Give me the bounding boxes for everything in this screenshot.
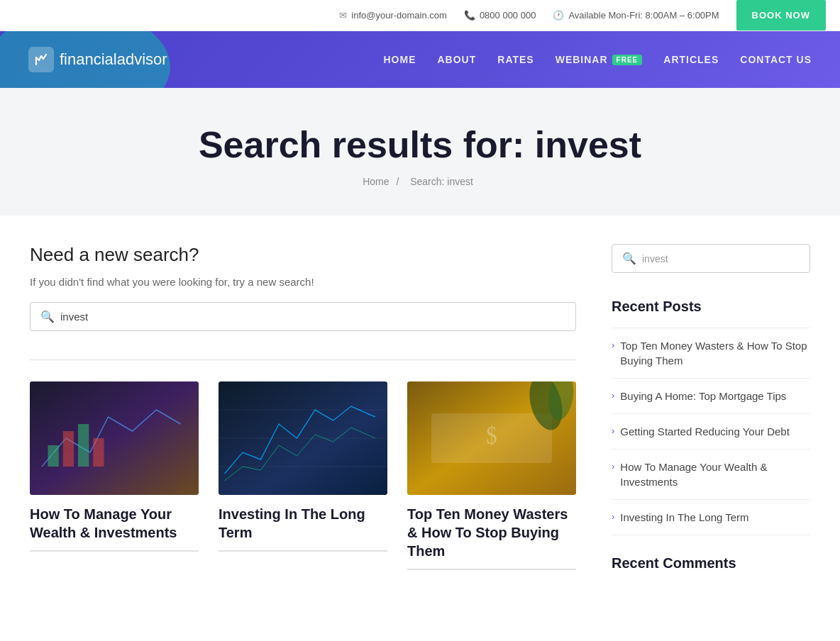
main-nav: HOME ABOUT RATES WEBINAR FREE ARTICLES C…	[384, 54, 812, 65]
recent-post-text-3: Getting Started Reducing Your Debt	[620, 424, 790, 439]
nav-webinar[interactable]: WEBINAR FREE	[556, 54, 643, 65]
search-box-icon: 🔍	[40, 310, 55, 323]
article-card-3: $ Top Ten Money Wasters & How To Stop Bu…	[407, 381, 576, 570]
breadcrumb-home[interactable]: Home	[363, 176, 389, 187]
search-box[interactable]: 🔍	[30, 302, 576, 331]
nav-contact[interactable]: CONTACT US	[740, 54, 812, 65]
recent-post-text-4: How To Manage Your Wealth & Investments	[620, 459, 810, 489]
search-input[interactable]	[60, 311, 565, 323]
nav-about[interactable]: ABOUT	[438, 54, 477, 65]
recent-post-1[interactable]: › Top Ten Money Wasters & How To Stop Bu…	[612, 328, 810, 379]
chevron-icon-2: ›	[612, 390, 614, 401]
site-header: financialadvisor HOME ABOUT RATES WEBINA…	[0, 31, 840, 88]
article-image-2	[219, 381, 387, 495]
nav-home[interactable]: HOME	[384, 54, 416, 65]
article-grid: How To Manage Your Wealth & Investments	[30, 381, 576, 570]
page-title: Search results for: invest	[14, 123, 826, 166]
logo-icon	[28, 47, 54, 72]
recent-posts-title: Recent Posts	[612, 299, 810, 315]
recent-post-2[interactable]: › Buying A Home: Top Mortgage Tips	[612, 379, 810, 414]
article-title-2[interactable]: Investing In The Long Term	[219, 505, 387, 542]
svg-rect-4	[93, 438, 104, 467]
book-now-button[interactable]: BOOK NOW	[736, 0, 826, 30]
phone-text: 0800 000 000	[480, 10, 536, 21]
article-title-3[interactable]: Top Ten Money Wasters & How To Stop Buyi…	[407, 505, 576, 560]
breadcrumb-separator: /	[396, 176, 399, 187]
article-divider-1	[30, 550, 199, 552]
recent-comments-title: Recent Comments	[612, 555, 810, 572]
article-image-1	[30, 381, 199, 495]
article-divider-2	[219, 550, 387, 552]
main-wrapper: Need a new search? If you didn't find wh…	[9, 244, 831, 572]
svg-rect-0	[30, 381, 199, 495]
sidebar-search-box[interactable]: 🔍	[612, 244, 810, 273]
phone-icon: 📞	[464, 10, 475, 21]
sidebar-search-icon: 🔍	[622, 252, 636, 265]
email-info: ✉ info@your-domain.com	[339, 10, 447, 21]
chevron-icon-4: ›	[612, 461, 614, 472]
recent-posts-list: › Top Ten Money Wasters & How To Stop Bu…	[612, 328, 810, 535]
chevron-icon-5: ›	[612, 511, 614, 522]
hours-text: Available Mon-Fri: 8:00AM – 6:00PM	[568, 10, 719, 21]
top-bar: ✉ info@your-domain.com 📞 0800 000 000 🕐 …	[0, 0, 840, 31]
search-hero-section: Search results for: invest Home / Search…	[0, 88, 840, 216]
clock-icon: 🕐	[553, 10, 564, 21]
content-area: Need a new search? If you didn't find wh…	[30, 244, 576, 572]
logo-text: financialadvisor	[60, 50, 167, 69]
chevron-icon-3: ›	[612, 425, 614, 436]
divider	[30, 359, 576, 360]
svg-rect-2	[63, 431, 74, 467]
chevron-icon-1: ›	[612, 340, 614, 350]
nav-webinar-label: WEBINAR	[556, 54, 608, 65]
free-badge: FREE	[612, 55, 643, 65]
email-icon: ✉	[339, 10, 347, 21]
hours-info: 🕐 Available Mon-Fri: 8:00AM – 6:00PM	[553, 10, 719, 21]
email-text: info@your-domain.com	[351, 10, 447, 21]
article-card-1: How To Manage Your Wealth & Investments	[30, 381, 199, 570]
article-divider-3	[407, 569, 576, 570]
article-title-1[interactable]: How To Manage Your Wealth & Investments	[30, 505, 199, 542]
svg-rect-3	[78, 424, 89, 467]
sidebar: 🔍 Recent Posts › Top Ten Money Wasters &…	[612, 244, 810, 572]
recent-post-4[interactable]: › How To Manage Your Wealth & Investment…	[612, 450, 810, 500]
breadcrumb: Home / Search: invest	[14, 176, 826, 187]
recent-post-5[interactable]: › Investing In The Long Term	[612, 500, 810, 535]
new-search-title: Need a new search?	[30, 244, 576, 266]
site-logo[interactable]: financialadvisor	[28, 47, 167, 72]
recent-post-3[interactable]: › Getting Started Reducing Your Debt	[612, 414, 810, 450]
new-search-desc: If you didn't find what you were looking…	[30, 276, 576, 288]
nav-rates[interactable]: RATES	[497, 54, 534, 65]
sidebar-search-input[interactable]	[642, 253, 800, 264]
svg-text:$: $	[486, 421, 497, 450]
recent-post-text-2: Buying A Home: Top Mortgage Tips	[620, 389, 786, 403]
phone-info: 📞 0800 000 000	[464, 10, 536, 21]
recent-post-text-1: Top Ten Money Wasters & How To Stop Buyi…	[620, 338, 810, 368]
nav-articles[interactable]: ARTICLES	[663, 54, 719, 65]
breadcrumb-current: Search: invest	[410, 176, 473, 187]
recent-post-text-5: Investing In The Long Term	[620, 510, 748, 525]
svg-rect-1	[48, 445, 59, 467]
article-card-2: Investing In The Long Term	[219, 381, 387, 570]
article-image-3: $	[407, 381, 576, 495]
